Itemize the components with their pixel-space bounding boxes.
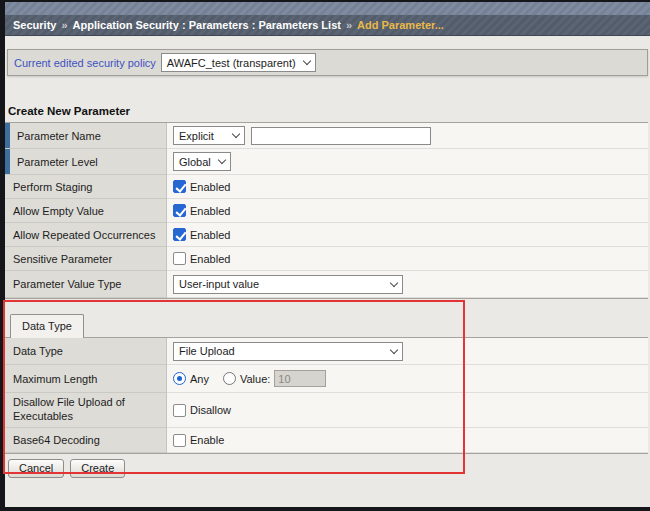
parameter-level-label-cell: Parameter Level <box>5 149 167 175</box>
row-parameter-name: Parameter Name Explicit <box>5 123 648 149</box>
tab-data-type[interactable]: Data Type <box>10 314 84 338</box>
allow-empty-value-label-cell: Allow Empty Value <box>5 199 167 223</box>
breadcrumb-current: Add Parameter... <box>357 19 444 31</box>
perform-staging-label-cell: Perform Staging <box>5 175 167 199</box>
chevron-down-icon <box>390 278 398 286</box>
maximum-length-value-cell: Any Value: <box>167 365 648 393</box>
security-policy-select[interactable]: AWAFC_test (transparent) <box>161 53 316 72</box>
disallow-executables-label: Disallow File Upload of Executables <box>13 396 162 424</box>
parameter-value-type-label-cell: Parameter Value Type <box>5 271 167 298</box>
create-button[interactable]: Create <box>70 459 125 478</box>
allow-repeated-occurrences-checkbox[interactable] <box>173 228 186 241</box>
allow-repeated-occurrences-value-cell: Enabled <box>167 223 648 247</box>
parameter-level-label: Parameter Level <box>17 156 98 168</box>
parameter-level-value-cell: Global <box>167 149 648 175</box>
row-base64-decoding: Base64 Decoding Enable <box>5 428 648 453</box>
breadcrumb-path[interactable]: Application Security : Parameters : Para… <box>73 19 341 31</box>
maximum-length-label: Maximum Length <box>13 373 97 385</box>
section-title: Create New Parameter <box>8 105 650 117</box>
allow-repeated-occurrences-option-label: Enabled <box>190 229 230 241</box>
top-header-band <box>5 2 650 15</box>
disallow-executables-value-cell: Disallow <box>167 393 648 428</box>
perform-staging-option-label: Enabled <box>190 181 230 193</box>
data-type-selected: File Upload <box>179 345 235 357</box>
row-sensitive-parameter: Sensitive Parameter Enabled <box>5 247 648 271</box>
base64-decoding-checkbox[interactable] <box>173 434 186 447</box>
row-parameter-value-type: Parameter Value Type User-input value <box>5 271 648 298</box>
allow-repeated-occurrences-label-cell: Allow Repeated Occurrences <box>5 223 167 247</box>
breadcrumb-separator-icon: » <box>346 19 352 31</box>
data-type-tab-strip: Data Type <box>10 312 650 337</box>
data-type-select[interactable]: File Upload <box>173 342 403 361</box>
data-type-value-cell: File Upload <box>167 338 648 365</box>
disallow-executables-label-cell: Disallow File Upload of Executables <box>5 393 167 428</box>
required-accent-bar <box>5 149 10 174</box>
sensitive-parameter-label: Sensitive Parameter <box>13 253 112 265</box>
data-type-label: Data Type <box>13 345 63 357</box>
chevron-down-icon <box>390 345 398 353</box>
breadcrumb-separator-icon: » <box>61 19 67 31</box>
parameter-name-label: Parameter Name <box>17 130 101 142</box>
policy-bar-label: Current edited security policy <box>14 57 156 69</box>
row-allow-repeated-occurrences: Allow Repeated Occurrences Enabled <box>5 223 648 247</box>
base64-decoding-option-label: Enable <box>190 434 224 446</box>
allow-empty-value-option-label: Enabled <box>190 205 230 217</box>
allow-empty-value-value-cell: Enabled <box>167 199 648 223</box>
sensitive-parameter-value-cell: Enabled <box>167 247 648 271</box>
row-maximum-length: Maximum Length Any Value: <box>5 365 648 393</box>
breadcrumb-section[interactable]: Security <box>13 19 56 31</box>
data-type-table: Data Type File Upload Maximum Length Any <box>5 337 648 454</box>
action-buttons: Cancel Create <box>8 459 650 478</box>
parameter-value-type-select[interactable]: User-input value <box>173 275 403 294</box>
security-policy-selected-value: AWAFC_test (transparent) <box>167 57 296 69</box>
parameter-level-select[interactable]: Global <box>173 152 231 171</box>
maximum-length-value-radio[interactable] <box>223 372 236 385</box>
required-accent-bar <box>5 123 10 148</box>
parameter-level-selected: Global <box>179 156 211 168</box>
data-type-label-cell: Data Type <box>5 338 167 365</box>
row-parameter-level: Parameter Level Global <box>5 149 648 175</box>
sensitive-parameter-checkbox[interactable] <box>173 252 186 265</box>
parameter-value-type-label: Parameter Value Type <box>13 278 121 290</box>
row-disallow-executables: Disallow File Upload of Executables Disa… <box>5 393 648 428</box>
parameter-value-type-selected: User-input value <box>179 278 259 290</box>
parameter-name-type-select[interactable]: Explicit <box>173 126 245 145</box>
maximum-length-any-radio[interactable] <box>173 372 186 385</box>
parameter-name-value-cell: Explicit <box>167 123 648 149</box>
sensitive-parameter-option-label: Enabled <box>190 253 230 265</box>
perform-staging-label: Perform Staging <box>13 181 92 193</box>
create-parameter-table: Parameter Name Explicit Parameter Level <box>5 122 648 299</box>
allow-repeated-occurrences-label: Allow Repeated Occurrences <box>13 229 155 241</box>
maximum-length-label-cell: Maximum Length <box>5 365 167 393</box>
perform-staging-checkbox[interactable] <box>173 180 186 193</box>
row-data-type: Data Type File Upload <box>5 338 648 365</box>
policy-bar: Current edited security policy AWAFC_tes… <box>7 49 648 76</box>
maximum-length-value-label: Value: <box>240 373 270 385</box>
sensitive-parameter-label-cell: Sensitive Parameter <box>5 247 167 271</box>
perform-staging-value-cell: Enabled <box>167 175 648 199</box>
maximum-length-any-label: Any <box>190 373 209 385</box>
parameter-value-type-value-cell: User-input value <box>167 271 648 298</box>
maximum-length-value-input <box>274 370 326 387</box>
row-allow-empty-value: Allow Empty Value Enabled <box>5 199 648 223</box>
allow-empty-value-checkbox[interactable] <box>173 204 186 217</box>
parameter-name-input[interactable] <box>251 127 431 145</box>
cancel-button[interactable]: Cancel <box>8 459 64 478</box>
base64-decoding-label-cell: Base64 Decoding <box>5 428 167 453</box>
base64-decoding-label: Base64 Decoding <box>13 434 100 446</box>
chevron-down-icon <box>218 156 226 164</box>
disallow-executables-checkbox[interactable] <box>173 404 186 417</box>
chevron-down-icon <box>232 130 240 138</box>
disallow-executables-option-label: Disallow <box>190 404 231 416</box>
screen-frame: Security » Application Security : Parame… <box>0 0 650 511</box>
row-perform-staging: Perform Staging Enabled <box>5 175 648 199</box>
base64-decoding-value-cell: Enable <box>167 428 648 453</box>
parameter-name-type-selected: Explicit <box>179 130 214 142</box>
main-page: Security » Application Security : Parame… <box>5 2 650 507</box>
allow-empty-value-label: Allow Empty Value <box>13 205 104 217</box>
chevron-down-icon <box>302 57 310 65</box>
breadcrumb: Security » Application Security : Parame… <box>5 15 650 36</box>
parameter-name-label-cell: Parameter Name <box>5 123 167 149</box>
